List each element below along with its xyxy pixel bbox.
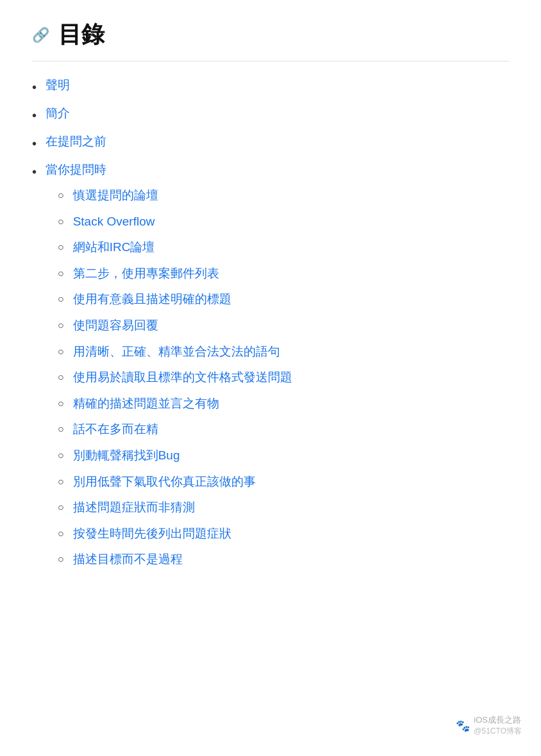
sub-bullet-6: ○ <box>58 318 64 333</box>
list-item: ○ 使用易於讀取且標準的文件格式發送問題 <box>58 369 509 386</box>
sub-bullet-4: ○ <box>58 267 64 281</box>
page-header: 🔗 目錄 <box>32 19 509 51</box>
watermark-icon: 🐾 <box>456 719 470 733</box>
sub-bullet-5: ○ <box>58 292 64 306</box>
sub-bullet-11: ○ <box>58 448 64 463</box>
toc-link-when-asking[interactable]: 當你提問時 <box>46 161 106 179</box>
list-item: ○ 網站和IRC論壇 <box>58 239 509 256</box>
list-item: ○ 別動輒聲稱找到Bug <box>58 447 509 464</box>
sub-bullet-8: ○ <box>58 370 64 384</box>
list-item: • 聲明 <box>32 77 509 96</box>
bullet-dot-2: • <box>32 106 37 124</box>
toc-link-website-irc[interactable]: 網站和IRC論壇 <box>73 239 155 256</box>
sub-bullet-1: ○ <box>58 188 64 202</box>
toc-link-describe-goal[interactable]: 描述目標而不是過程 <box>73 551 183 568</box>
list-item: ○ 慎選提問的論壇 <box>58 187 509 204</box>
bullet-dot-1: • <box>32 78 37 96</box>
sub-bullet-3: ○ <box>58 240 64 254</box>
list-item: • 簡介 <box>32 105 509 124</box>
list-item: • 在提問之前 <box>32 133 509 152</box>
toc-link-declaration[interactable]: 聲明 <box>46 77 70 94</box>
sub-toc-list: ○ 慎選提問的論壇 ○ Stack Overflow ○ 網站和IRC論壇 ○ … <box>32 187 509 577</box>
sub-bullet-7: ○ <box>58 345 64 359</box>
sub-bullet-2: ○ <box>58 215 64 229</box>
toc-link-choose-forum[interactable]: 慎選提問的論壇 <box>73 187 158 204</box>
sub-bullet-14: ○ <box>58 527 64 541</box>
toc-link-readable-format[interactable]: 使用易於讀取且標準的文件格式發送問題 <box>73 369 292 386</box>
sub-bullet-10: ○ <box>58 422 64 436</box>
toc-link-concise[interactable]: 話不在多而在精 <box>73 421 158 438</box>
toc-link-step2-mailing[interactable]: 第二步，使用專案郵件列表 <box>73 265 219 283</box>
link-icon: 🔗 <box>32 27 49 44</box>
list-item: ○ 描述目標而不是過程 <box>58 551 509 568</box>
watermark-line2: @51CTO博客 <box>474 726 522 737</box>
toc-link-intro[interactable]: 簡介 <box>46 105 70 122</box>
toc-link-chronological[interactable]: 按發生時間先後列出問題症狀 <box>73 525 231 543</box>
page-title: 目錄 <box>58 19 104 51</box>
list-item: ○ 精確的描述問題並言之有物 <box>58 395 509 413</box>
toc-list: • 聲明 • 簡介 • 在提問之前 • 當你提問時 ○ 慎選提問的論壇 ○ St… <box>32 77 509 577</box>
list-item: ○ 第二步，使用專案郵件列表 <box>58 265 509 283</box>
toc-link-describe-precisely[interactable]: 精確的描述問題並言之有物 <box>73 395 219 413</box>
toc-link-clear-grammar[interactable]: 用清晰、正確、精準並合法文法的語句 <box>73 343 280 361</box>
list-item: ○ Stack Overflow <box>58 213 509 231</box>
bullet-dot-3: • <box>32 135 37 152</box>
watermark-line1: iOS成長之路 <box>474 715 521 725</box>
list-item: ○ 使用有意義且描述明確的標題 <box>58 291 509 308</box>
list-item: ○ 話不在多而在精 <box>58 421 509 438</box>
toc-link-describe-symptoms[interactable]: 描述問題症狀而非猜測 <box>73 499 195 516</box>
toc-link-before-asking[interactable]: 在提問之前 <box>46 133 106 151</box>
list-item: ○ 按發生時間先後列出問題症狀 <box>58 525 509 543</box>
list-item: ○ 描述問題症狀而非猜測 <box>58 499 509 516</box>
sub-bullet-12: ○ <box>58 475 64 489</box>
toc-link-stackoverflow[interactable]: Stack Overflow <box>73 213 155 231</box>
list-item: ○ 使問題容易回覆 <box>58 317 509 334</box>
sub-bullet-15: ○ <box>58 552 64 566</box>
list-item: ○ 用清晰、正確、精準並合法文法的語句 <box>58 343 509 361</box>
toc-link-no-bug-claim[interactable]: 別動輒聲稱找到Bug <box>73 447 180 464</box>
watermark: 🐾 iOS成長之路 @51CTO博客 <box>456 714 522 737</box>
list-item-nested: • 當你提問時 ○ 慎選提問的論壇 ○ Stack Overflow ○ 網站和… <box>32 161 509 577</box>
toc-link-easy-reply[interactable]: 使問題容易回覆 <box>73 317 158 334</box>
bullet-dot-4: • <box>32 163 37 181</box>
toc-link-meaningful-title[interactable]: 使用有意義且描述明確的標題 <box>73 291 231 308</box>
toc-link-no-humility[interactable]: 別用低聲下氣取代你真正該做的事 <box>73 473 256 491</box>
header-divider <box>32 61 509 62</box>
sub-bullet-9: ○ <box>58 397 64 411</box>
list-item: ○ 別用低聲下氣取代你真正該做的事 <box>58 473 509 491</box>
sub-bullet-13: ○ <box>58 500 64 514</box>
